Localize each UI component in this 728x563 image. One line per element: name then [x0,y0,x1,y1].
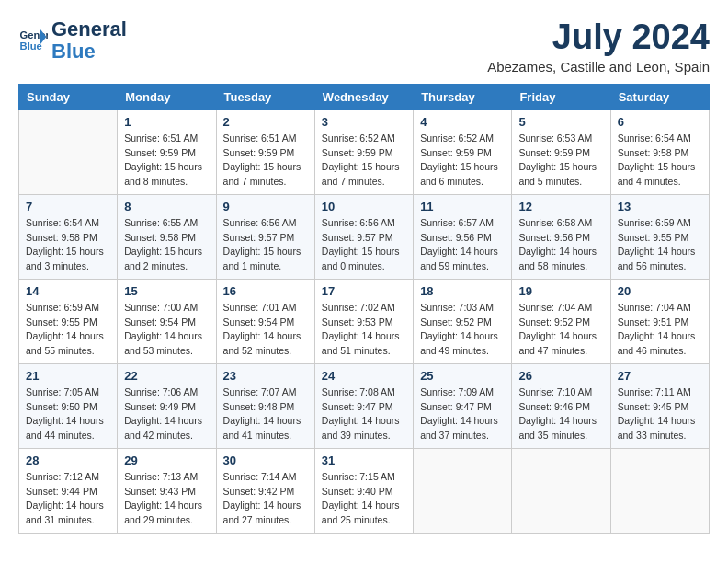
calendar-header-row: SundayMondayTuesdayWednesdayThursdayFrid… [19,84,710,109]
calendar-cell: 13Sunrise: 6:59 AMSunset: 9:55 PMDayligh… [610,194,709,279]
day-number: 26 [518,369,603,383]
calendar-cell: 26Sunrise: 7:10 AMSunset: 9:46 PMDayligh… [512,363,610,448]
day-info: Sunrise: 6:54 AMSunset: 9:58 PMDaylight:… [26,216,110,274]
calendar-cell: 2Sunrise: 6:51 AMSunset: 9:59 PMDaylight… [216,109,314,194]
calendar-week-3: 14Sunrise: 6:59 AMSunset: 9:55 PMDayligh… [19,279,710,363]
weekday-header-monday: Monday [118,84,216,109]
weekday-header-sunday: Sunday [19,84,118,109]
calendar-cell: 27Sunrise: 7:11 AMSunset: 9:45 PMDayligh… [610,363,709,448]
calendar-cell: 6Sunrise: 6:54 AMSunset: 9:58 PMDaylight… [610,109,709,194]
day-number: 18 [420,284,505,298]
calendar-cell: 23Sunrise: 7:07 AMSunset: 9:48 PMDayligh… [216,363,314,448]
day-info: Sunrise: 6:52 AMSunset: 9:59 PMDaylight:… [322,132,406,190]
calendar-cell: 16Sunrise: 7:01 AMSunset: 9:54 PMDayligh… [216,279,314,363]
calendar-cell: 24Sunrise: 7:08 AMSunset: 9:47 PMDayligh… [314,363,413,448]
day-info: Sunrise: 7:02 AMSunset: 9:53 PMDaylight:… [322,301,406,359]
calendar-cell: 28Sunrise: 7:12 AMSunset: 9:44 PMDayligh… [19,448,118,533]
day-number: 24 [322,369,406,383]
month-year-title: July 2024 [487,18,710,57]
day-info: Sunrise: 7:14 AMSunset: 9:42 PMDaylight:… [223,470,308,528]
day-info: Sunrise: 7:00 AMSunset: 9:54 PMDaylight:… [124,301,209,359]
svg-text:Blue: Blue [20,40,42,52]
calendar-cell: 31Sunrise: 7:15 AMSunset: 9:40 PMDayligh… [314,448,413,533]
day-info: Sunrise: 6:56 AMSunset: 9:57 PMDaylight:… [223,216,308,274]
calendar-cell: 29Sunrise: 7:13 AMSunset: 9:43 PMDayligh… [118,448,216,533]
calendar-cell: 20Sunrise: 7:04 AMSunset: 9:51 PMDayligh… [610,279,709,363]
weekday-header-wednesday: Wednesday [314,84,413,109]
calendar-cell: 9Sunrise: 6:56 AMSunset: 9:57 PMDaylight… [216,194,314,279]
day-number: 8 [124,200,209,213]
calendar-table: SundayMondayTuesdayWednesdayThursdayFrid… [18,84,710,534]
day-info: Sunrise: 6:51 AMSunset: 9:59 PMDaylight:… [124,132,209,190]
day-number: 28 [26,454,110,467]
title-block: July 2024 Abezames, Castille and Leon, S… [487,18,710,75]
day-info: Sunrise: 7:08 AMSunset: 9:47 PMDaylight:… [322,385,406,443]
calendar-cell [19,109,118,194]
weekday-header-friday: Friday [512,84,610,109]
calendar-cell: 8Sunrise: 6:55 AMSunset: 9:58 PMDaylight… [118,194,216,279]
day-number: 23 [223,369,308,383]
weekday-header-saturday: Saturday [610,84,709,109]
day-info: Sunrise: 6:56 AMSunset: 9:57 PMDaylight:… [322,216,406,274]
day-info: Sunrise: 6:52 AMSunset: 9:59 PMDaylight:… [420,132,505,190]
calendar-cell: 3Sunrise: 6:52 AMSunset: 9:59 PMDaylight… [314,109,413,194]
day-info: Sunrise: 6:53 AMSunset: 9:59 PMDaylight:… [518,132,603,190]
day-info: Sunrise: 7:12 AMSunset: 9:44 PMDaylight:… [26,470,110,528]
day-info: Sunrise: 7:10 AMSunset: 9:46 PMDaylight:… [518,385,603,443]
calendar-cell: 25Sunrise: 7:09 AMSunset: 9:47 PMDayligh… [414,363,512,448]
calendar-cell: 30Sunrise: 7:14 AMSunset: 9:42 PMDayligh… [216,448,314,533]
day-number: 9 [223,200,308,213]
logo-general: General [51,17,127,40]
day-info: Sunrise: 7:04 AMSunset: 9:51 PMDaylight:… [618,301,702,359]
weekday-header-tuesday: Tuesday [216,84,314,109]
day-info: Sunrise: 7:06 AMSunset: 9:49 PMDaylight:… [124,385,209,443]
day-info: Sunrise: 7:09 AMSunset: 9:47 PMDaylight:… [420,385,505,443]
calendar-cell: 18Sunrise: 7:03 AMSunset: 9:52 PMDayligh… [414,279,512,363]
logo: General Blue General Blue [18,18,127,63]
day-number: 17 [322,284,406,298]
day-info: Sunrise: 7:03 AMSunset: 9:52 PMDaylight:… [420,301,505,359]
day-number: 21 [26,369,110,383]
day-info: Sunrise: 7:11 AMSunset: 9:45 PMDaylight:… [618,385,702,443]
calendar-cell: 11Sunrise: 6:57 AMSunset: 9:56 PMDayligh… [414,194,512,279]
day-number: 16 [223,284,308,298]
calendar-cell: 4Sunrise: 6:52 AMSunset: 9:59 PMDaylight… [414,109,512,194]
day-number: 7 [26,200,110,213]
day-number: 10 [322,200,406,213]
day-number: 20 [618,284,702,298]
calendar-cell [610,448,709,533]
calendar-week-5: 28Sunrise: 7:12 AMSunset: 9:44 PMDayligh… [19,448,710,533]
calendar-week-2: 7Sunrise: 6:54 AMSunset: 9:58 PMDaylight… [19,194,710,279]
calendar-cell: 10Sunrise: 6:56 AMSunset: 9:57 PMDayligh… [314,194,413,279]
day-info: Sunrise: 7:13 AMSunset: 9:43 PMDaylight:… [124,470,209,528]
day-info: Sunrise: 6:51 AMSunset: 9:59 PMDaylight:… [223,132,308,190]
day-info: Sunrise: 6:59 AMSunset: 9:55 PMDaylight:… [26,301,110,359]
day-number: 25 [420,369,505,383]
calendar-cell: 17Sunrise: 7:02 AMSunset: 9:53 PMDayligh… [314,279,413,363]
day-number: 22 [124,369,209,383]
weekday-header-thursday: Thursday [414,84,512,109]
day-info: Sunrise: 6:58 AMSunset: 9:56 PMDaylight:… [518,216,603,274]
logo-icon: General Blue [18,26,48,55]
day-number: 31 [322,454,406,467]
calendar-cell: 19Sunrise: 7:04 AMSunset: 9:52 PMDayligh… [512,279,610,363]
day-number: 14 [26,284,110,298]
calendar-week-1: 1Sunrise: 6:51 AMSunset: 9:59 PMDaylight… [19,109,710,194]
calendar-cell: 5Sunrise: 6:53 AMSunset: 9:59 PMDaylight… [512,109,610,194]
day-number: 3 [322,115,406,129]
day-info: Sunrise: 7:07 AMSunset: 9:48 PMDaylight:… [223,385,308,443]
calendar-cell [512,448,610,533]
day-number: 2 [223,115,308,129]
calendar-cell: 12Sunrise: 6:58 AMSunset: 9:56 PMDayligh… [512,194,610,279]
day-number: 19 [518,284,603,298]
day-info: Sunrise: 7:05 AMSunset: 9:50 PMDaylight:… [26,385,110,443]
day-number: 6 [618,115,702,129]
day-info: Sunrise: 6:57 AMSunset: 9:56 PMDaylight:… [420,216,505,274]
calendar-cell: 21Sunrise: 7:05 AMSunset: 9:50 PMDayligh… [19,363,118,448]
calendar-cell [414,448,512,533]
page-header: General Blue General Blue July 2024 Abez… [18,18,710,75]
calendar-cell: 15Sunrise: 7:00 AMSunset: 9:54 PMDayligh… [118,279,216,363]
day-number: 30 [223,454,308,467]
day-info: Sunrise: 7:04 AMSunset: 9:52 PMDaylight:… [518,301,603,359]
day-number: 29 [124,454,209,467]
